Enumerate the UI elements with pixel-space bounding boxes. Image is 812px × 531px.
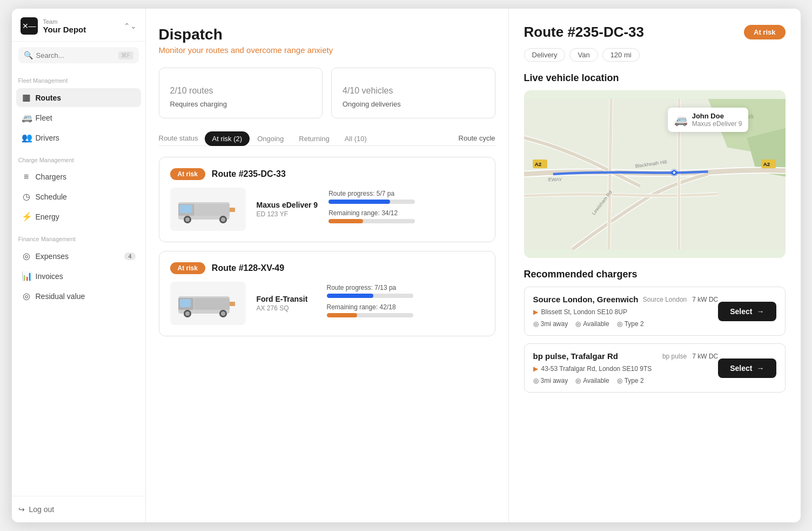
sidebar-item-schedule[interactable]: ◷ Schedule xyxy=(16,187,141,206)
sidebar-routes-label: Routes xyxy=(36,94,61,102)
chargers-section-title: Recommended chargers xyxy=(524,269,786,280)
charger-1-header: Source London, Greenwich Source London 7… xyxy=(533,295,719,304)
charger-2-info: bp pulse, Trafalgar Rd bp pulse 7 kW DC … xyxy=(533,351,719,384)
stats-row: 2/10 routes Requires charging 4/10 vehic… xyxy=(159,68,495,118)
route-2-name: Route #128-XV-49 xyxy=(212,263,284,273)
svg-rect-17 xyxy=(230,302,235,306)
sidebar-header: ✕— Team Your Depot ⌃⌄ xyxy=(12,9,145,42)
route-card-2-body: Ford E-Transit AX 276 SQ Route progress:… xyxy=(170,282,484,325)
sidebar-item-expenses[interactable]: ◎ Expenses 4 xyxy=(16,247,141,266)
svg-point-6 xyxy=(221,217,225,222)
chargers-icon: ≡ xyxy=(22,172,31,182)
route-1-progress: Route progress: 5/7 pa xyxy=(328,190,484,204)
sidebar-item-invoices[interactable]: 📊 Invoices xyxy=(16,267,141,286)
svg-rect-16 xyxy=(180,299,191,307)
charger-2-select-button[interactable]: Select → xyxy=(718,359,776,378)
distance-icon: ◎ xyxy=(533,320,539,328)
routes-icon: ▦ xyxy=(22,92,31,103)
sidebar-logo: ✕— xyxy=(21,17,38,35)
route-1-vehicle-name: Maxus eDeliver 9 xyxy=(257,201,318,209)
route-1-progress-bar xyxy=(328,200,415,204)
route-1-progress-label: Route progress: 5/7 pa xyxy=(328,190,484,197)
charger-1-select-button[interactable]: Select → xyxy=(718,302,776,321)
stat-routes-label: Requires charging xyxy=(170,100,312,108)
tab-ongoing[interactable]: Ongoing xyxy=(250,131,291,146)
tab-returning[interactable]: Returning xyxy=(291,131,337,146)
logout-button[interactable]: ↪ Log out xyxy=(18,505,139,514)
route-2-vehicle-info: Ford E-Transit AX 276 SQ xyxy=(257,295,316,312)
sidebar-schedule-label: Schedule xyxy=(36,193,67,201)
charger-1-name: Source London, Greenwich xyxy=(533,295,639,304)
route-2-progress: Route progress: 7/13 pa xyxy=(327,284,484,298)
tab-at-risk[interactable]: At risk (2) xyxy=(205,131,250,146)
charger-2-address-row: ▶ 43-53 Trafalgar Rd, London SE10 9TS xyxy=(533,365,719,373)
charger-2-provider: bp pulse xyxy=(662,353,687,360)
expenses-icon: ◎ xyxy=(22,251,31,261)
route-tags: Delivery Van 120 mi xyxy=(524,48,786,62)
charger-2-layout: bp pulse, Trafalgar Rd bp pulse 7 kW DC … xyxy=(533,351,776,384)
logout-icon: ↪ xyxy=(18,505,25,514)
residual-icon: ◎ xyxy=(22,291,31,301)
charger-1-address: Blissett St, London SE10 8UP xyxy=(541,308,627,316)
route-1-range-bar xyxy=(328,219,415,223)
route-2-range-fill xyxy=(327,313,357,317)
route-card-1-body: Maxus eDeliver 9 ED 123 YF Route progres… xyxy=(170,188,484,231)
route-1-name: Route #235-DC-33 xyxy=(212,169,286,179)
sidebar-invoices-label: Invoices xyxy=(36,272,63,281)
sidebar-item-chargers[interactable]: ≡ Chargers xyxy=(16,168,141,186)
stat-routes-total: /10 routes xyxy=(175,86,213,95)
sidebar-item-routes[interactable]: ▦ Routes xyxy=(16,88,141,107)
sidebar-search-box[interactable]: 🔍 ⌘F xyxy=(18,47,139,63)
sidebar-item-fleet[interactable]: 🚐 Fleet xyxy=(16,108,141,127)
arrow-right-icon-2: → xyxy=(757,364,764,373)
route-2-progress-label: Route progress: 7/13 pa xyxy=(327,284,484,291)
sidebar-item-drivers[interactable]: 👥 Drivers xyxy=(16,128,141,147)
route-1-range-fill xyxy=(328,219,363,223)
charger-2-meta: bp pulse 7 kW DC xyxy=(662,353,718,360)
charger-2-select-label: Select xyxy=(730,364,752,373)
route-1-range-label: Remaining range: 34/12 xyxy=(328,209,484,217)
route-2-progress-bar xyxy=(327,294,413,298)
route-card-1[interactable]: At risk Route #235-DC-33 xyxy=(159,157,495,242)
charger-2-address: 43-53 Trafalgar Rd, London SE10 9TS xyxy=(541,365,652,373)
sidebar-section-finance: Finance Management xyxy=(12,227,145,247)
route-2-vehicle-name: Ford E-Transit xyxy=(257,295,316,303)
sidebar-team-name: Your Depot xyxy=(43,25,118,34)
route-card-1-header: At risk Route #235-DC-33 xyxy=(170,168,484,180)
schedule-icon: ◷ xyxy=(22,191,31,202)
sidebar-item-energy[interactable]: ⚡ Energy xyxy=(16,207,141,226)
route-1-stats: Route progress: 5/7 pa Remaining range: … xyxy=(328,190,484,229)
charger-2-connector: ◎ Type 2 xyxy=(617,377,644,384)
svg-rect-8 xyxy=(230,208,235,212)
route-2-stats: Route progress: 7/13 pa Remaining range:… xyxy=(327,284,484,323)
dispatch-title: Dispatch xyxy=(159,26,495,43)
tab-all[interactable]: All (10) xyxy=(337,131,374,146)
chevron-icon[interactable]: ⌃⌄ xyxy=(124,22,137,30)
svg-point-4 xyxy=(185,217,190,222)
route-2-badge: At risk xyxy=(170,262,205,274)
fleet-icon: 🚐 xyxy=(22,112,31,123)
stat-card-vehicles: 4/10 vehicles Ongoing deliveries xyxy=(331,68,495,118)
right-route-title: Route #235-DC-33 xyxy=(524,24,645,41)
sidebar-item-residual[interactable]: ◎ Residual value xyxy=(16,287,141,306)
stat-card-routes: 2/10 routes Requires charging xyxy=(159,68,323,118)
stat-routes-number: 2/10 routes xyxy=(170,78,312,98)
connector-icon-2: ◎ xyxy=(617,377,622,384)
svg-text:A2: A2 xyxy=(763,161,770,167)
route-2-vehicle-plate: AX 276 SQ xyxy=(257,304,316,312)
content-area: Dispatch Monitor your routes and overcom… xyxy=(146,9,801,522)
search-input[interactable] xyxy=(36,51,115,59)
charger-card-1: Source London, Greenwich Source London 7… xyxy=(524,287,786,336)
route-2-range-label: Remaining range: 42/18 xyxy=(327,303,484,311)
tab-status-label: Route status xyxy=(159,134,198,142)
map-van-icon: 🚐 xyxy=(674,114,688,127)
charger-1-address-row: ▶ Blissett St, London SE10 8UP xyxy=(533,308,719,316)
route-card-2[interactable]: At risk Route #128-XV-49 xyxy=(159,251,495,336)
logout-label: Log out xyxy=(29,505,55,514)
route-1-progress-fill xyxy=(328,200,390,204)
right-panel-header: Route #235-DC-33 At risk xyxy=(524,24,786,41)
stat-vehicles-number: 4/10 vehicles xyxy=(343,78,484,98)
route-1-vehicle-image xyxy=(170,188,246,231)
route-1-range: Remaining range: 34/12 xyxy=(328,209,484,223)
expenses-badge: 4 xyxy=(124,253,135,260)
